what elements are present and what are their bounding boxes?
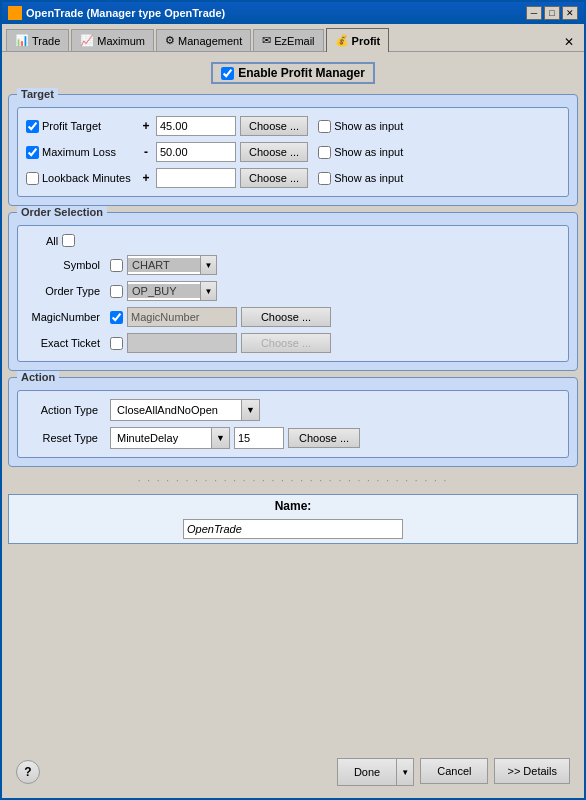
profit-target-show-input-row: Show as input <box>318 120 403 133</box>
maximum-loss-input[interactable] <box>156 142 236 162</box>
magic-number-row: MagicNumber Choose ... <box>26 307 560 327</box>
magic-number-checkbox[interactable] <box>110 311 123 324</box>
enable-checkbox[interactable] <box>221 67 234 80</box>
all-row: All <box>26 234 560 247</box>
reset-number-input[interactable] <box>234 427 284 449</box>
enable-label-text: Enable Profit Manager <box>238 66 365 80</box>
order-selection-section: Order Selection All Symbol CHART ▼ <box>8 212 578 371</box>
magic-number-input[interactable] <box>127 307 237 327</box>
reset-type-dropdown[interactable]: MinuteDelay ▼ <box>110 427 230 449</box>
all-checkbox[interactable] <box>62 234 75 247</box>
tab-trade-label: Trade <box>32 35 60 47</box>
order-type-dropdown[interactable]: OP_BUY ▼ <box>127 281 217 301</box>
order-selection-inner: All Symbol CHART ▼ Order Type <box>17 225 569 362</box>
done-container: Done ▼ Cancel >> Details <box>337 758 570 786</box>
order-type-row: Order Type OP_BUY ▼ <box>26 281 560 301</box>
divider: · · · · · · · · · · · · · · · · · · · · … <box>8 473 578 488</box>
maximum-loss-row: Maximum Loss - Choose ... Show as input <box>26 142 560 162</box>
tab-maximum-icon: 📈 <box>80 34 94 47</box>
symbol-checkbox[interactable] <box>110 259 123 272</box>
lookback-minutes-show-checkbox[interactable] <box>318 172 331 185</box>
maximum-loss-text: Maximum Loss <box>42 146 116 158</box>
app-icon <box>8 6 22 20</box>
target-section: Target Profit Target + Choose ... Show a… <box>8 94 578 206</box>
exact-ticket-input[interactable] <box>127 333 237 353</box>
symbol-row: Symbol CHART ▼ <box>26 255 560 275</box>
enable-row: Enable Profit Manager <box>8 58 578 88</box>
reset-type-dropdown-btn[interactable]: ▼ <box>211 428 229 448</box>
profit-target-text: Profit Target <box>42 120 101 132</box>
order-type-checkbox[interactable] <box>110 285 123 298</box>
lookback-minutes-choose-button[interactable]: Choose ... <box>240 168 308 188</box>
maximum-loss-checkbox[interactable] <box>26 146 39 159</box>
profit-target-operator: + <box>140 119 152 133</box>
action-section-title: Action <box>17 371 59 383</box>
name-input[interactable] <box>183 519 403 539</box>
lookback-minutes-label[interactable]: Lookback Minutes <box>26 172 136 185</box>
symbol-dropdown[interactable]: CHART ▼ <box>127 255 217 275</box>
magic-number-label: MagicNumber <box>26 311 106 323</box>
exact-ticket-checkbox[interactable] <box>110 337 123 350</box>
lookback-minutes-operator: + <box>140 171 152 185</box>
tab-ezemail-label: EzEmail <box>274 35 314 47</box>
tab-management-label: Management <box>178 35 242 47</box>
tab-maximum[interactable]: 📈 Maximum <box>71 29 154 51</box>
symbol-dropdown-btn[interactable]: ▼ <box>200 256 216 274</box>
tab-ezemail[interactable]: ✉ EzEmail <box>253 29 323 51</box>
exact-ticket-label: Exact Ticket <box>26 337 106 349</box>
maximum-loss-label[interactable]: Maximum Loss <box>26 146 136 159</box>
tab-trade-icon: 📊 <box>15 34 29 47</box>
reset-choose-button[interactable]: Choose ... <box>288 428 360 448</box>
action-type-dropdown-btn[interactable]: ▼ <box>241 400 259 420</box>
target-section-title: Target <box>17 88 58 100</box>
action-type-row: Action Type CloseAllAndNoOpen ▼ <box>26 399 560 421</box>
main-content: Enable Profit Manager Target Profit Targ… <box>2 52 584 798</box>
exact-ticket-choose-button[interactable]: Choose ... <box>241 333 331 353</box>
title-bar-left: OpenTrade (Manager type OpenTrade) <box>8 6 225 20</box>
tab-bar: 📊 Trade 📈 Maximum ⚙ Management ✉ EzEmail… <box>2 24 584 52</box>
profit-target-choose-button[interactable]: Choose ... <box>240 116 308 136</box>
magic-number-choose-button[interactable]: Choose ... <box>241 307 331 327</box>
details-button[interactable]: >> Details <box>494 758 570 784</box>
profit-target-row: Profit Target + Choose ... Show as input <box>26 116 560 136</box>
profit-target-label[interactable]: Profit Target <box>26 120 136 133</box>
maximum-loss-show-input-row: Show as input <box>318 146 403 159</box>
profit-target-show-label: Show as input <box>334 120 403 132</box>
help-button[interactable]: ? <box>16 760 40 784</box>
lookback-minutes-show-input-row: Show as input <box>318 172 403 185</box>
tab-management[interactable]: ⚙ Management <box>156 29 251 51</box>
maximum-loss-choose-button[interactable]: Choose ... <box>240 142 308 162</box>
lookback-minutes-show-label: Show as input <box>334 172 403 184</box>
title-bar: OpenTrade (Manager type OpenTrade) ─ □ ✕ <box>2 2 584 24</box>
close-button[interactable]: ✕ <box>562 6 578 20</box>
cancel-button[interactable]: Cancel <box>420 758 488 784</box>
tab-profit-label: Profit <box>352 35 381 47</box>
lookback-minutes-input[interactable] <box>156 168 236 188</box>
done-dropdown-button[interactable]: ▼ <box>397 759 413 785</box>
order-type-dropdown-btn[interactable]: ▼ <box>200 282 216 300</box>
action-section: Action Action Type CloseAllAndNoOpen ▼ R… <box>8 377 578 467</box>
reset-type-label: Reset Type <box>26 432 106 444</box>
symbol-label: Symbol <box>26 259 106 271</box>
title-bar-buttons: ─ □ ✕ <box>526 6 578 20</box>
bottom-bar: ? Done ▼ Cancel >> Details <box>8 752 578 792</box>
profit-target-checkbox[interactable] <box>26 120 39 133</box>
lookback-minutes-checkbox[interactable] <box>26 172 39 185</box>
order-type-label: Order Type <box>26 285 106 297</box>
profit-target-input[interactable] <box>156 116 236 136</box>
tab-close-icon[interactable]: ✕ <box>558 33 580 51</box>
minimize-button[interactable]: ─ <box>526 6 542 20</box>
done-button[interactable]: Done <box>338 759 397 785</box>
done-btn-group: Done ▼ <box>337 758 414 786</box>
all-label: All <box>46 235 58 247</box>
action-type-dropdown[interactable]: CloseAllAndNoOpen ▼ <box>110 399 260 421</box>
name-section: Name: <box>8 494 578 544</box>
enable-label[interactable]: Enable Profit Manager <box>211 62 375 84</box>
tab-trade[interactable]: 📊 Trade <box>6 29 69 51</box>
bottom-spacer <box>8 550 578 746</box>
maximize-button[interactable]: □ <box>544 6 560 20</box>
action-type-value: CloseAllAndNoOpen <box>111 402 241 418</box>
tab-profit[interactable]: 💰 Profit <box>326 28 390 52</box>
maximum-loss-show-checkbox[interactable] <box>318 146 331 159</box>
profit-target-show-checkbox[interactable] <box>318 120 331 133</box>
